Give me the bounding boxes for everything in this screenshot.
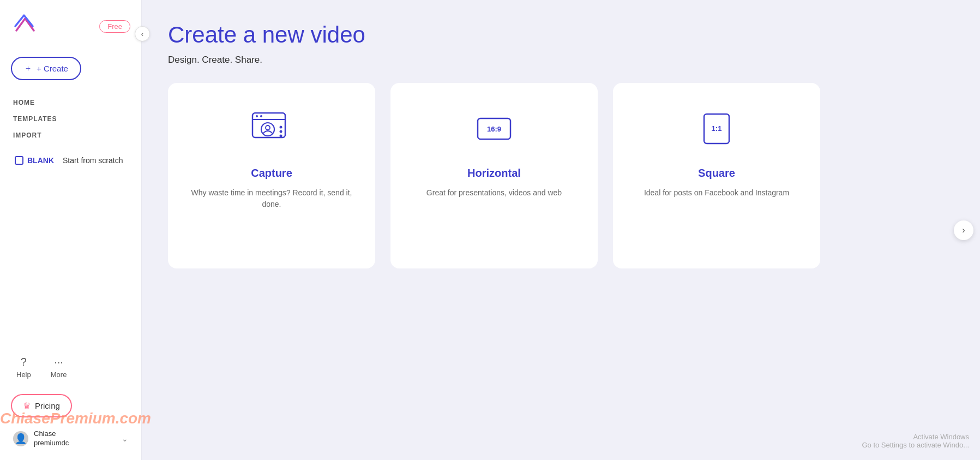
start-from-scratch-label[interactable]: Start from scratch bbox=[63, 156, 123, 165]
capture-card[interactable]: Capture Why waste time in meetings? Reco… bbox=[168, 83, 375, 268]
svg-text:1:1: 1:1 bbox=[712, 124, 722, 133]
activate-windows-line1: Activate Windows bbox=[862, 433, 969, 441]
square-card-title: Square bbox=[698, 167, 735, 180]
avatar: 👤 bbox=[13, 431, 28, 446]
more-label: More bbox=[51, 371, 67, 379]
square-card-description: Ideal for posts on Facebook and Instagra… bbox=[644, 187, 789, 199]
create-label: + Create bbox=[37, 64, 68, 73]
blank-label-text: BLANK bbox=[27, 156, 54, 165]
svg-point-8 bbox=[280, 130, 282, 133]
collapse-icon: ‹ bbox=[141, 30, 143, 38]
blank-button[interactable]: BLANK bbox=[11, 153, 57, 168]
horizontal-card-title: Horizontal bbox=[467, 167, 521, 180]
square-card[interactable]: 1:1 Square Ideal for posts on Facebook a… bbox=[613, 83, 820, 268]
user-name: Chiase bbox=[34, 429, 116, 439]
pricing-button[interactable]: ♛ Pricing bbox=[11, 394, 72, 417]
square-card-icon: 1:1 bbox=[692, 105, 741, 154]
svg-text:16:9: 16:9 bbox=[487, 125, 501, 133]
blank-row: BLANK Start from scratch bbox=[11, 153, 130, 168]
sidebar-header: Free bbox=[11, 11, 130, 41]
capture-card-icon bbox=[247, 105, 296, 154]
next-arrow-button[interactable]: › bbox=[954, 220, 973, 240]
help-icon: ? bbox=[21, 356, 27, 368]
activate-windows-notice: Activate Windows Go to Settings to activ… bbox=[862, 433, 969, 449]
svg-point-3 bbox=[256, 115, 258, 117]
next-arrow-icon: › bbox=[962, 225, 965, 235]
pricing-label: Pricing bbox=[35, 401, 60, 410]
chevron-down-icon: ⌄ bbox=[122, 434, 128, 443]
capture-card-description: Why waste time in meetings? Record it, s… bbox=[185, 187, 358, 210]
blank-icon bbox=[14, 156, 24, 165]
help-button[interactable]: ? Help bbox=[16, 356, 31, 379]
nav-section: HOME TEMPLATES IMPORT bbox=[11, 95, 130, 142]
help-more-row: ? Help ··· More bbox=[11, 351, 130, 383]
sidebar-item-templates[interactable]: TEMPLATES bbox=[11, 112, 130, 126]
svg-point-4 bbox=[260, 115, 262, 117]
sidebar-item-import[interactable]: IMPORT bbox=[11, 128, 130, 142]
plus-icon: ＋ bbox=[24, 63, 32, 74]
sidebar-item-home[interactable]: HOME bbox=[11, 95, 130, 110]
sidebar-bottom: ? Help ··· More ♛ Pricing 👤 Chiase premi… bbox=[11, 351, 130, 451]
svg-rect-0 bbox=[15, 157, 23, 164]
svg-point-6 bbox=[266, 126, 270, 130]
help-label: Help bbox=[16, 371, 31, 379]
cards-row: Capture Why waste time in meetings? Reco… bbox=[168, 83, 954, 268]
horizontal-card[interactable]: 16:9 Horizontal Great for presentations,… bbox=[390, 83, 598, 268]
free-badge: Free bbox=[99, 20, 130, 33]
crown-icon: ♛ bbox=[23, 401, 31, 411]
user-info: Chiase premiumdc bbox=[34, 429, 116, 448]
page-title: Create a new video bbox=[168, 22, 954, 48]
sidebar: ‹ Free ＋ + Create HOME TEMPLATES IMPORT … bbox=[0, 0, 142, 460]
user-handle: premiumdc bbox=[34, 439, 116, 448]
more-icon: ··· bbox=[54, 356, 63, 368]
more-button[interactable]: ··· More bbox=[51, 356, 67, 379]
main-content: Create a new video Design. Create. Share… bbox=[142, 0, 980, 460]
svg-point-7 bbox=[280, 126, 282, 129]
page-subtitle: Design. Create. Share. bbox=[168, 55, 954, 65]
activate-windows-line2: Go to Settings to activate Windo... bbox=[862, 441, 969, 449]
capture-card-title: Capture bbox=[251, 167, 292, 180]
horizontal-card-icon: 16:9 bbox=[470, 105, 519, 154]
logo[interactable] bbox=[11, 11, 39, 41]
sidebar-collapse-button[interactable]: ‹ bbox=[135, 26, 150, 41]
user-row[interactable]: 👤 Chiase premiumdc ⌄ bbox=[11, 426, 130, 451]
svg-point-9 bbox=[280, 135, 282, 138]
create-button[interactable]: ＋ + Create bbox=[11, 57, 81, 80]
user-icon: 👤 bbox=[15, 433, 27, 445]
horizontal-card-description: Great for presentations, videos and web bbox=[426, 187, 562, 199]
